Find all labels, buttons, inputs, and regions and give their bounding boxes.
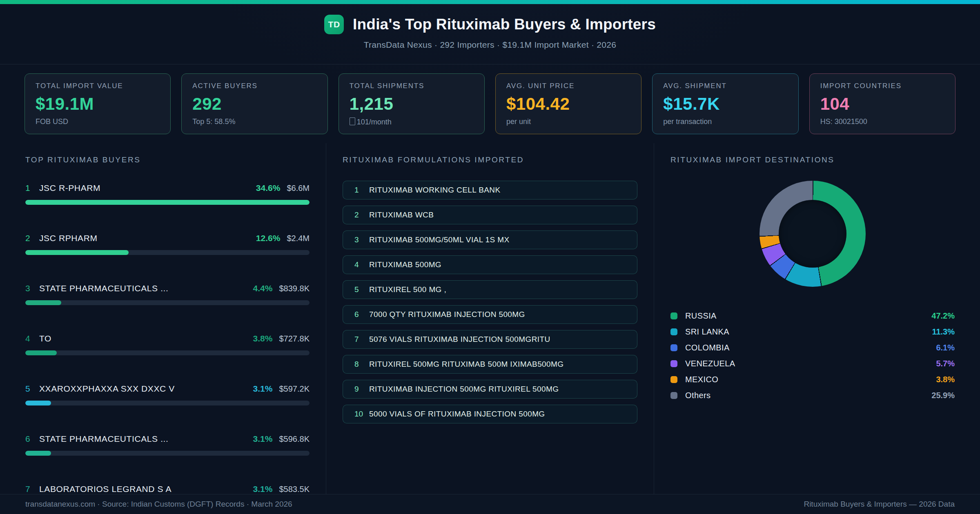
- buyer-row: 2 JSC RPHARM 12.6% $2.4M: [25, 233, 310, 255]
- destinations-section-title: RITUXIMAB IMPORT DESTINATIONS: [670, 155, 955, 164]
- accent-bar: [0, 0, 980, 4]
- buyer-bar-track: [25, 200, 310, 205]
- buyer-name: TO: [39, 334, 51, 343]
- stats-row: TOTAL IMPORT VALUE $19.1M FOB USD ACTIVE…: [0, 64, 980, 143]
- buyer-bar-fill: [25, 250, 129, 255]
- stat-sub: per unit: [506, 117, 630, 126]
- buyer-bar-fill: [25, 401, 51, 405]
- legend-label: VENEZUELA: [685, 359, 936, 368]
- stat-sub: 101/month: [350, 117, 474, 126]
- formulation-rank: 10: [354, 410, 369, 419]
- buyer-share-pct: 3.1%: [253, 384, 273, 394]
- legend-label: Others: [685, 391, 931, 400]
- buyer-value: $6.6M: [287, 184, 310, 193]
- dashboard-root: TD India's Top Rituximab Buyers & Import…: [0, 0, 980, 514]
- destinations-panel: RITUXIMAB IMPORT DESTINATIONS RUSSIA 47.…: [670, 143, 955, 494]
- buyer-rank: 3: [25, 284, 39, 293]
- buyer-value: $727.8K: [279, 334, 310, 343]
- stat-value: 1,215: [350, 94, 474, 114]
- stat-label: AVG. UNIT PRICE: [506, 82, 630, 90]
- column-divider-right: [654, 143, 654, 494]
- formulation-rank: 9: [354, 385, 369, 394]
- stat-value: $104.42: [506, 94, 630, 114]
- stat-card: AVG. UNIT PRICE $104.42 per unit: [495, 73, 641, 134]
- buyer-bar-fill: [25, 200, 310, 205]
- formulation-label: RITUXIREL 500 MG ,: [369, 285, 446, 294]
- buyer-bar-fill: [25, 350, 57, 355]
- header: TD India's Top Rituximab Buyers & Import…: [0, 4, 980, 60]
- donut-hole: [779, 200, 846, 268]
- formulation-item: 7 5076 VIALS RITUXIMAB INJECTION 500MGRI…: [343, 330, 637, 349]
- buyer-share-pct: 12.6%: [256, 233, 281, 243]
- buyer-row-line: 3 STATE PHARMACEUTICALS ... 4.4% $839.8K: [25, 284, 310, 293]
- stat-label: AVG. SHIPMENT: [663, 82, 787, 90]
- buyer-bar-track: [25, 300, 310, 305]
- legend-row: RUSSIA 47.2%: [670, 308, 955, 324]
- buyer-rank: 6: [25, 434, 39, 444]
- stat-card: IMPORT COUNTRIES 104 HS: 30021500: [809, 73, 956, 134]
- stat-value: $15.7K: [663, 94, 787, 114]
- legend-label: COLOMBIA: [685, 343, 936, 352]
- formulation-item: 5 RITUXIREL 500 MG ,: [343, 280, 637, 299]
- donut-chart: [760, 181, 866, 287]
- legend-pct: 11.3%: [932, 327, 955, 337]
- buyer-name: LABORATORIOS LEGRAND S A: [39, 484, 172, 494]
- legend-pct: 3.8%: [936, 375, 955, 384]
- page-title: India's Top Rituximab Buyers & Importers: [353, 16, 656, 33]
- formulation-label: RITUXIREL 500MG RITUXIMAB 500M IXIMAB500…: [369, 360, 564, 369]
- buyer-bar-fill: [25, 451, 51, 456]
- buyer-name: JSC R-PHARM: [39, 183, 100, 193]
- buyer-rank: 7: [25, 484, 39, 494]
- buyer-value: $2.4M: [287, 234, 310, 243]
- stat-sub: HS: 30021500: [820, 117, 944, 126]
- formulation-rank: 5: [354, 285, 369, 294]
- buyer-value: $583.5K: [279, 485, 310, 494]
- buyer-name: STATE PHARMACEUTICALS ...: [39, 284, 168, 293]
- formulation-item: 6 7000 QTY RITUXIMAB INJECTION 500MG: [343, 305, 637, 324]
- formulation-item: 2 RITUXIMAB WCB: [343, 206, 637, 224]
- formulation-rank: 2: [354, 210, 369, 219]
- legend-swatch: [670, 328, 677, 335]
- buyer-row-line: 4 TO 3.8% $727.8K: [25, 334, 310, 343]
- buyer-bar-track: [25, 451, 310, 456]
- formulation-label: RITUXIMAB 500MG/50ML VIAL 1S MX: [369, 235, 510, 244]
- buyer-share-pct: 4.4%: [253, 284, 273, 293]
- buyer-rank: 2: [25, 233, 39, 243]
- legend-label: SRI LANKA: [685, 327, 932, 337]
- legend-pct: 25.9%: [931, 391, 955, 400]
- legend-row: COLOMBIA 6.1%: [670, 340, 955, 356]
- formulation-label: RITUXIMAB WORKING CELL BANK: [369, 186, 501, 195]
- buyer-row: 6 STATE PHARMACEUTICALS ... 3.1% $596.8K: [25, 434, 310, 456]
- formulations-section-title: RITUXIMAB FORMULATIONS IMPORTED: [343, 155, 637, 164]
- legend-pct: 6.1%: [936, 343, 955, 352]
- stat-value: 104: [820, 94, 944, 114]
- buyer-name: XXAROXXPHAXXA SXX DXXC V: [39, 384, 175, 394]
- buyer-value: $596.8K: [279, 434, 310, 444]
- formulation-item: 1 RITUXIMAB WORKING CELL BANK: [343, 181, 637, 199]
- legend-swatch: [670, 360, 677, 367]
- buyer-row-line: 7 LABORATORIOS LEGRAND S A 3.1% $583.5K: [25, 484, 310, 494]
- buyer-value: $839.8K: [279, 284, 310, 293]
- formulations-list: 1 RITUXIMAB WORKING CELL BANK 2 RITUXIMA…: [343, 181, 637, 423]
- buyer-bar-track: [25, 401, 310, 405]
- legend-swatch: [670, 312, 677, 319]
- buyer-row: 3 STATE PHARMACEUTICALS ... 4.4% $839.8K: [25, 284, 310, 305]
- stat-card: ACTIVE BUYERS 292 Top 5: 58.5%: [181, 73, 327, 134]
- formulation-rank: 1: [354, 186, 369, 195]
- footer-source: transdatanexus.com · Source: Indian Cust…: [25, 500, 292, 509]
- legend-swatch: [670, 376, 677, 383]
- buyer-row-line: 6 STATE PHARMACEUTICALS ... 3.1% $596.8K: [25, 434, 310, 444]
- buyer-row-line: 1 JSC R-PHARM 34.6% $6.6M: [25, 183, 310, 193]
- buyer-name: STATE PHARMACEUTICALS ...: [39, 434, 168, 444]
- formulation-label: RITUXIMAB WCB: [369, 210, 434, 219]
- buyer-row-line: 5 XXAROXXPHAXXA SXX DXXC V 3.1% $597.2K: [25, 384, 310, 394]
- buyer-rank: 4: [25, 334, 39, 343]
- formulation-label: 7000 QTY RITUXIMAB INJECTION 500MG: [369, 310, 525, 319]
- stat-value: 292: [192, 94, 316, 114]
- destinations-legend: RUSSIA 47.2% SRI LANKA 11.3% COLOMBIA 6.…: [670, 308, 955, 403]
- formulation-rank: 3: [354, 235, 369, 244]
- formulation-rank: 4: [354, 260, 369, 269]
- legend-swatch: [670, 392, 677, 399]
- formulation-item: 8 RITUXIREL 500MG RITUXIMAB 500M IXIMAB5…: [343, 355, 637, 374]
- buyer-rank: 1: [25, 183, 39, 193]
